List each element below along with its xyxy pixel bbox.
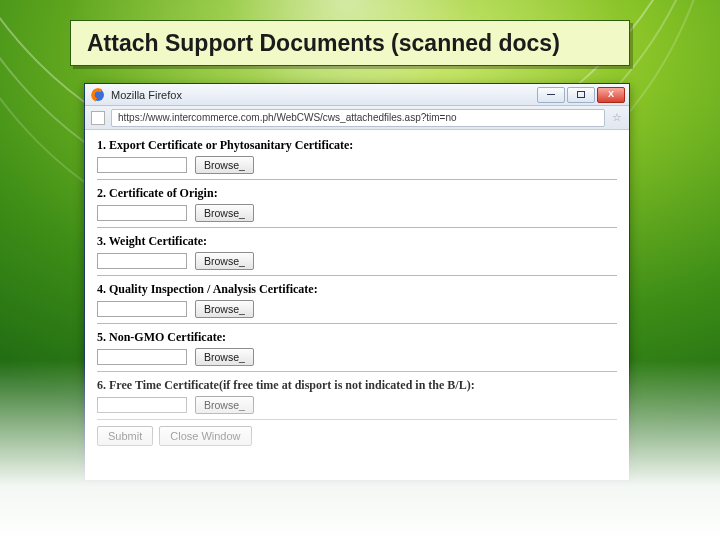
file-path-input[interactable] <box>97 253 187 269</box>
separator <box>97 419 617 420</box>
doc-row: 3. Weight Certificate:Browse_ <box>97 234 617 270</box>
form-actions: Submit Close Window <box>97 426 617 446</box>
file-upload-line: Browse_ <box>97 348 617 366</box>
url-field[interactable]: https://www.intercommerce.com.ph/WebCWS/… <box>111 109 605 127</box>
separator <box>97 227 617 228</box>
slide-background: Attach Support Documents (scanned docs) … <box>0 0 720 540</box>
file-upload-line: Browse_ <box>97 156 617 174</box>
browse-button[interactable]: Browse_ <box>195 204 254 222</box>
browser-window: Mozilla Firefox X https://www.intercomme… <box>84 83 630 481</box>
doc-row: 6. Free Time Certificate(if free time at… <box>97 378 617 414</box>
close-window-button[interactable]: Close Window <box>159 426 251 446</box>
file-upload-line: Browse_ <box>97 252 617 270</box>
browse-button[interactable]: Browse_ <box>195 300 254 318</box>
separator <box>97 179 617 180</box>
page-identity-icon[interactable] <box>91 111 105 125</box>
file-upload-line: Browse_ <box>97 204 617 222</box>
doc-label: 4. Quality Inspection / Analysis Certifi… <box>97 282 617 297</box>
file-path-input[interactable] <box>97 301 187 317</box>
file-path-input[interactable] <box>97 205 187 221</box>
submit-button[interactable]: Submit <box>97 426 153 446</box>
browse-button[interactable]: Browse_ <box>195 396 254 414</box>
doc-label: 6. Free Time Certificate(if free time at… <box>97 378 617 393</box>
maximize-button[interactable] <box>567 87 595 103</box>
file-path-input[interactable] <box>97 397 187 413</box>
doc-label: 1. Export Certificate or Phytosanitary C… <box>97 138 617 153</box>
browse-button[interactable]: Browse_ <box>195 156 254 174</box>
doc-row: 2. Certificate of Origin:Browse_ <box>97 186 617 222</box>
separator <box>97 275 617 276</box>
bookmark-star-icon[interactable]: ☆ <box>611 112 623 124</box>
doc-row: 4. Quality Inspection / Analysis Certifi… <box>97 282 617 318</box>
browse-button[interactable]: Browse_ <box>195 348 254 366</box>
window-titlebar: Mozilla Firefox X <box>85 84 629 106</box>
url-text: https://www.intercommerce.com.ph/WebCWS/… <box>118 112 457 123</box>
doc-label: 5. Non-GMO Certificate: <box>97 330 617 345</box>
doc-row: 5. Non-GMO Certificate:Browse_ <box>97 330 617 366</box>
window-buttons: X <box>537 87 625 103</box>
address-bar: https://www.intercommerce.com.ph/WebCWS/… <box>85 106 629 130</box>
slide-title-card: Attach Support Documents (scanned docs) <box>70 20 630 66</box>
doc-row: 1. Export Certificate or Phytosanitary C… <box>97 138 617 174</box>
minimize-button[interactable] <box>537 87 565 103</box>
file-upload-line: Browse_ <box>97 396 617 414</box>
file-path-input[interactable] <box>97 157 187 173</box>
doc-label: 3. Weight Certificate: <box>97 234 617 249</box>
slide-title: Attach Support Documents (scanned docs) <box>87 30 560 57</box>
file-upload-line: Browse_ <box>97 300 617 318</box>
file-path-input[interactable] <box>97 349 187 365</box>
window-title: Mozilla Firefox <box>111 89 182 101</box>
browse-button[interactable]: Browse_ <box>195 252 254 270</box>
close-button[interactable]: X <box>597 87 625 103</box>
page-content: 1. Export Certificate or Phytosanitary C… <box>85 130 629 480</box>
firefox-icon <box>91 88 105 102</box>
separator <box>97 323 617 324</box>
separator <box>97 371 617 372</box>
doc-label: 2. Certificate of Origin: <box>97 186 617 201</box>
